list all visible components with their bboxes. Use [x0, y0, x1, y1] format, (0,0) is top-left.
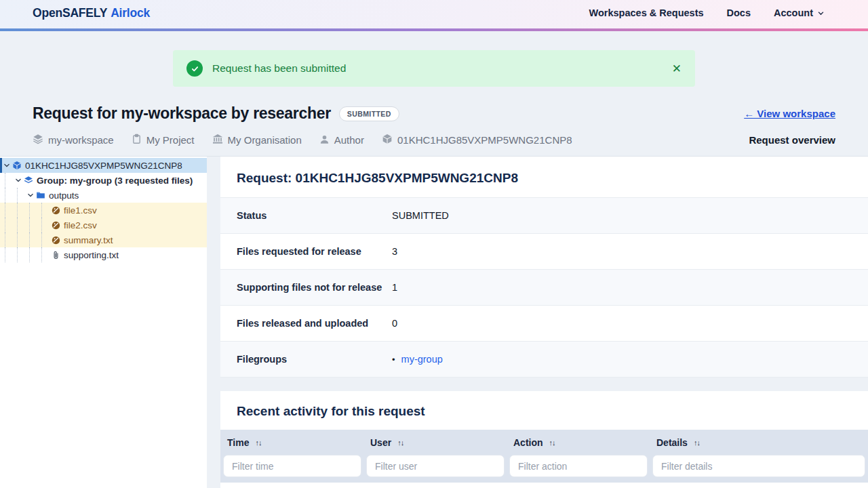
file-under-review-icon [50, 206, 61, 215]
column-header-user[interactable]: User ↑↓ [366, 436, 505, 455]
file-under-review-icon [50, 236, 61, 245]
nav-docs[interactable]: Docs [727, 7, 751, 18]
tree-guide [17, 232, 26, 247]
meta-organisation-label: My Organisation [228, 134, 302, 146]
status-badge: SUBMITTED [339, 106, 399, 121]
sort-icon[interactable]: ↑↓ [397, 439, 403, 447]
cube-icon [382, 134, 393, 146]
close-icon[interactable]: ✕ [672, 63, 682, 75]
tree-item-supporting-file[interactable]: supporting.txt [0, 247, 207, 262]
request-heading: Request: 01KHC1HJG85VXPMP5WNG21CNP8 [220, 157, 868, 198]
column-label: User [370, 437, 391, 448]
request-overview-label: Request overview [749, 134, 835, 146]
filter-details-input[interactable] [652, 455, 865, 477]
tree-item-file[interactable]: file2.csv [0, 218, 207, 232]
layers-icon [23, 176, 34, 185]
banner-message: Request has been submitted [212, 62, 346, 75]
chevron-down-icon[interactable] [14, 177, 23, 184]
detail-label: Files released and uploaded [237, 318, 392, 329]
tree-guide [29, 247, 38, 262]
detail-row-status: Status SUBMITTED [220, 198, 868, 234]
column-header-details[interactable]: Details ↑↓ [652, 436, 865, 455]
sort-icon[interactable]: ↑↓ [694, 439, 700, 447]
tree-item-label: summary.txt [64, 235, 113, 245]
tree-item-request-root[interactable]: 01KHC1HJG85VXPMP5WNG21CNP8 [0, 158, 207, 173]
content-area: 01KHC1HJG85VXPMP5WNG21CNP8 Group: my-gro… [0, 157, 868, 488]
sort-icon[interactable]: ↑↓ [255, 439, 261, 447]
detail-value: 3 [392, 246, 852, 257]
section-divider [220, 378, 868, 391]
filter-user-input[interactable] [366, 455, 505, 477]
tree-guide [17, 247, 26, 262]
detail-label: Files requested for release [237, 246, 392, 257]
tree-guide [5, 232, 14, 247]
tree-item-outputs-folder[interactable]: outputs [0, 188, 207, 203]
tree-guide [5, 218, 14, 232]
tree-guide [5, 173, 14, 188]
cube-icon [12, 161, 22, 170]
meta-project-label: My Project [146, 134, 195, 146]
request-detail-panel: Request: 01KHC1HJG85VXPMP5WNG21CNP8 Stat… [220, 157, 868, 488]
detail-label: Supporting files not for release [237, 282, 392, 293]
tree-item-label: supporting.txt [64, 250, 119, 260]
column-label: Time [227, 437, 249, 448]
chevron-down-icon[interactable] [2, 162, 12, 169]
tree-guide [29, 232, 38, 247]
user-icon [319, 134, 330, 146]
meta-organisation: My Organisation [212, 134, 302, 146]
activity-filter-row [223, 455, 865, 477]
folder-icon [35, 190, 46, 200]
success-banner: Request has been submitted ✕ [173, 50, 695, 87]
chevron-down-icon[interactable] [26, 192, 35, 199]
top-navbar: OpenSAFELYAirlock Workspaces & Requests … [0, 0, 868, 31]
detail-label: Status [237, 210, 392, 221]
meta-workspace: my-workspace [33, 134, 114, 146]
column-label: Details [656, 437, 688, 448]
tree-guide [29, 218, 38, 232]
meta-workspace-label: my-workspace [48, 134, 114, 146]
meta-request-id: 01KHC1HJG85VXPMP5WNG21CNP8 [382, 134, 572, 146]
tree-guide [5, 188, 14, 203]
tree-item-label: file1.csv [64, 205, 97, 216]
success-check-icon [186, 60, 203, 77]
bullet-marker: • [392, 354, 395, 365]
tree-guide [5, 247, 14, 262]
brand-primary: OpenSAFELY [33, 6, 107, 20]
filter-time-input[interactable] [223, 455, 361, 477]
column-header-time[interactable]: Time ↑↓ [223, 436, 361, 455]
file-tree-sidebar: 01KHC1HJG85VXPMP5WNG21CNP8 Group: my-gro… [0, 157, 207, 488]
detail-row-files-released: Files released and uploaded 0 [220, 306, 868, 342]
page-title: Request for my-workspace by researcher [33, 104, 331, 123]
brand-logo[interactable]: OpenSAFELYAirlock [33, 6, 150, 20]
tree-item-group[interactable]: Group: my-group (3 requested files) [0, 173, 207, 188]
activity-table-header: Time ↑↓ User ↑↓ Action ↑↓ Details ↑↓ [223, 436, 865, 455]
tree-guide [41, 232, 50, 247]
clipboard-icon [132, 134, 142, 146]
tree-guide [17, 218, 26, 232]
detail-row-supporting-files: Supporting files not for release 1 [220, 270, 868, 306]
filegroup-link[interactable]: my-group [401, 354, 443, 365]
layers-icon [33, 134, 43, 146]
tree-item-file[interactable]: file1.csv [0, 203, 207, 218]
nav-workspaces-requests[interactable]: Workspaces & Requests [589, 7, 704, 18]
meta-request-id-label: 01KHC1HJG85VXPMP5WNG21CNP8 [397, 134, 572, 146]
paperclip-icon [50, 251, 61, 260]
meta-author-label: Author [334, 134, 364, 146]
tree-guide [17, 188, 26, 203]
column-header-action[interactable]: Action ↑↓ [509, 436, 648, 455]
tree-guide [41, 218, 50, 232]
sort-icon[interactable]: ↑↓ [549, 439, 555, 447]
detail-row-filegroups: Filegroups • my-group [220, 342, 868, 378]
tree-guide [5, 203, 14, 218]
chevron-down-icon [817, 9, 825, 17]
filter-action-input[interactable] [509, 455, 648, 477]
brand-secondary: Airlock [111, 6, 150, 20]
tree-item-label: 01KHC1HJG85VXPMP5WNG21CNP8 [25, 161, 182, 171]
tree-item-label: file2.csv [64, 220, 97, 230]
account-label: Account [774, 7, 813, 18]
nav-account-menu[interactable]: Account [774, 7, 825, 18]
view-workspace-link[interactable]: ← View workspace [744, 108, 835, 119]
meta-author: Author [319, 134, 364, 146]
tree-item-file[interactable]: summary.txt [0, 232, 207, 247]
tree-guide [17, 203, 26, 218]
